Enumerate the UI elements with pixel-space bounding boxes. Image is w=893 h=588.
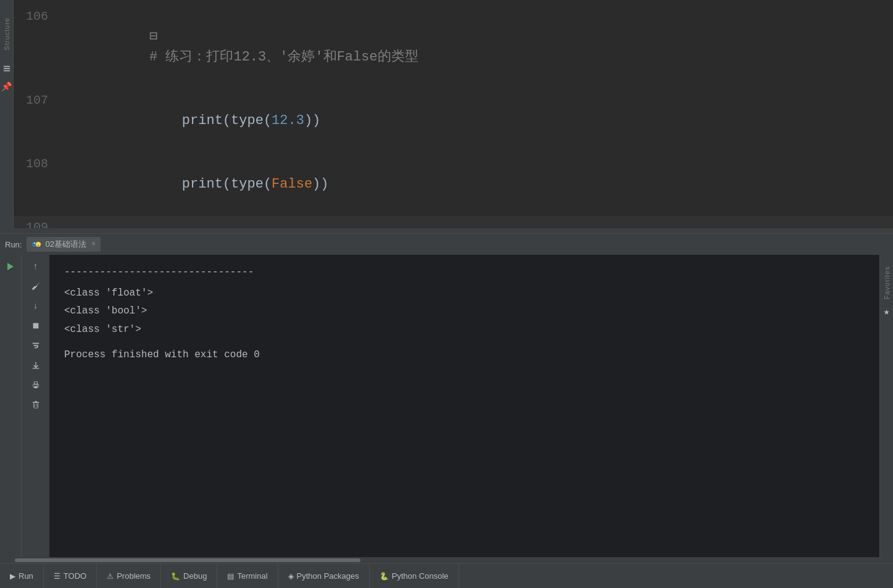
comment-icon: ⊟ — [149, 29, 157, 44]
problems-label: Problems — [117, 571, 151, 581]
filter-button[interactable] — [29, 339, 43, 352]
run-status-label: Run — [19, 571, 33, 581]
todo-icon: ☰ — [54, 572, 60, 581]
svg-rect-8 — [33, 323, 38, 329]
scroll-down-button[interactable]: ↓ — [29, 299, 43, 313]
status-python-console[interactable]: 🐍 Python Console — [370, 564, 459, 588]
svg-rect-0 — [3, 65, 10, 67]
svg-rect-2 — [3, 70, 10, 71]
trash-button[interactable] — [29, 398, 43, 412]
svg-marker-7 — [7, 263, 14, 270]
console-icon: 🐍 — [380, 572, 389, 581]
indent — [149, 113, 182, 128]
run-sidebar — [0, 255, 22, 557]
paren-4: ( — [223, 176, 231, 192]
todo-label: TODO — [64, 571, 86, 581]
packages-label: Python Packages — [297, 571, 359, 581]
run-tab-close[interactable]: × — [91, 240, 96, 249]
exit-message: Process finished with exit code 0 — [64, 347, 865, 363]
scroll-up-button[interactable]: ↑ — [29, 260, 43, 273]
num-123: 12.3 — [272, 113, 304, 128]
indent-2 — [149, 176, 182, 192]
line-content-106: ⊟ # 练习：打印12.3、'余婷'和False的类型 — [63, 6, 418, 88]
run-play-button[interactable] — [4, 260, 17, 273]
run-panel-header: Run: 02基础语法 × — [0, 233, 893, 255]
favorites-label: Favorites — [883, 266, 891, 299]
kw-false: False — [272, 176, 312, 192]
code-line-108: 108 print(type(False)) — [14, 152, 893, 216]
download-button[interactable] — [29, 358, 43, 372]
status-todo[interactable]: ☰ TODO — [44, 564, 97, 588]
comment-text: # 练习：打印12.3、'余婷'和False的类型 — [149, 49, 418, 65]
console-separator: -------------------------------- — [64, 265, 865, 281]
code-line-106: 106 ⊟ # 练习：打印12.3、'余婷'和False的类型 — [14, 5, 893, 89]
problems-icon: ⚠ — [107, 572, 114, 581]
status-debug[interactable]: 🐛 Debug — [161, 564, 217, 588]
status-terminal[interactable]: ▤ Terminal — [217, 564, 278, 588]
favorites-star[interactable]: ★ — [884, 305, 890, 318]
svg-rect-17 — [33, 403, 38, 408]
line-number-107: 107 — [14, 91, 63, 110]
kw-print-2: print — [182, 176, 223, 192]
line-content-107: print(type(12.3)) — [63, 90, 320, 151]
output-line-2: <class 'bool'> — [64, 304, 865, 320]
svg-point-16 — [36, 384, 38, 386]
terminal-icon: ▤ — [227, 572, 234, 581]
svg-rect-1 — [3, 68, 10, 69]
sidebar-icon-pin[interactable]: 📌 — [1, 81, 12, 93]
line-number-106: 106 — [14, 7, 63, 26]
line-number-109: 109 — [14, 218, 63, 228]
wrench-icon[interactable] — [29, 280, 43, 293]
kw-print-1: print — [182, 113, 223, 128]
output-line-3: <class 'str'> — [64, 322, 865, 338]
scrollbar-thumb[interactable] — [15, 558, 360, 562]
svg-rect-11 — [35, 347, 37, 349]
kw-type-1: type — [231, 113, 264, 128]
svg-point-5 — [34, 242, 35, 244]
console-scrollbar[interactable] — [0, 557, 893, 563]
sidebar-icon-layers[interactable] — [1, 63, 12, 74]
line-content-108: print(type(False)) — [63, 154, 329, 215]
python-console-label: Python Console — [392, 571, 449, 581]
structure-tab[interactable]: Structure — [2, 12, 12, 56]
paren-3: )) — [304, 113, 320, 128]
svg-rect-14 — [34, 386, 37, 389]
line-content-109: print(type('余婷')) — [63, 217, 331, 228]
status-problems[interactable]: ⚠ Problems — [97, 564, 161, 588]
run-toolbar: ↑ ↓ — [22, 255, 49, 557]
line-number-108: 108 — [14, 155, 63, 173]
status-run[interactable]: ▶ Run — [0, 564, 44, 588]
print-button[interactable] — [29, 378, 43, 392]
debug-label: Debug — [183, 571, 207, 581]
code-line-107: 107 print(type(12.3)) — [14, 89, 893, 152]
left-sidebar: Structure 📌 — [0, 0, 14, 228]
svg-rect-12 — [32, 368, 39, 368]
run-panel-body: ↑ ↓ — [0, 255, 893, 557]
terminal-label: Terminal — [237, 571, 267, 581]
paren-5: ( — [264, 176, 272, 192]
svg-rect-9 — [32, 343, 39, 344]
run-tab[interactable]: 02基础语法 × — [27, 237, 101, 252]
svg-point-6 — [38, 245, 39, 246]
output-line-1: <class 'float'> — [64, 286, 865, 302]
editor-area: Structure 📌 106 ⊟ # 练习：打印12.3、'余婷'和False… — [0, 0, 893, 228]
paren-6: )) — [312, 176, 328, 192]
run-panel: Run: 02基础语法 × ↑ — [0, 233, 893, 563]
paren-1: ( — [223, 113, 231, 128]
editor-scrollbar[interactable] — [0, 228, 893, 233]
status-python-packages[interactable]: ◈ Python Packages — [278, 564, 370, 588]
python-icon — [31, 239, 41, 249]
run-status-icon: ▶ — [10, 572, 15, 581]
console-output: -------------------------------- <class … — [49, 255, 879, 557]
code-line-109: 109 print(type('余婷')) — [14, 216, 893, 228]
stop-button[interactable] — [29, 319, 43, 333]
run-label: Run: — [5, 240, 22, 249]
status-bar: ▶ Run ☰ TODO ⚠ Problems 🐛 Debug ▤ Termin… — [0, 563, 893, 588]
paren-2: ( — [264, 113, 272, 128]
favorites-sidebar: Favorites ★ — [879, 255, 893, 557]
svg-rect-19 — [35, 401, 37, 402]
code-editor[interactable]: 106 ⊟ # 练习：打印12.3、'余婷'和False的类型 107 prin… — [14, 0, 893, 228]
run-tab-name: 02基础语法 — [45, 239, 86, 250]
packages-icon: ◈ — [288, 572, 294, 581]
kw-type-2: type — [231, 176, 264, 192]
